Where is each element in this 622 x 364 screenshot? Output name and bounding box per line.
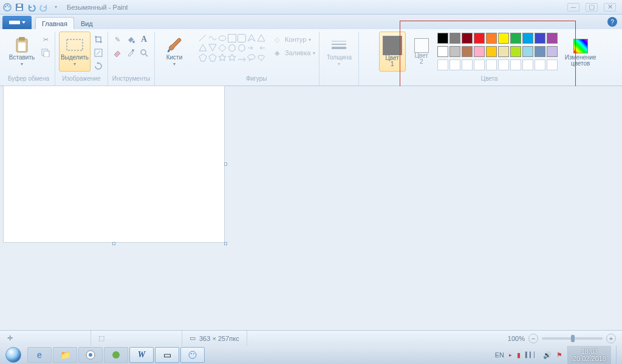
tray-action-icon[interactable]: ⚑	[556, 351, 562, 359]
color-swatch[interactable]	[535, 33, 545, 44]
tray-battery-icon[interactable]: ▮	[517, 351, 521, 359]
svg-marker-25	[239, 44, 245, 52]
group-label: Фигуры	[246, 74, 267, 83]
redo-icon[interactable]	[39, 2, 49, 12]
dimensions-icon: ▭	[190, 334, 196, 342]
picker-icon[interactable]	[125, 47, 136, 58]
size-button[interactable]: Толщина ▾	[323, 32, 355, 72]
ribbon-tabs: Главная Вид ?	[0, 15, 622, 29]
color-swatch[interactable]	[486, 46, 497, 57]
custom-color-slot[interactable]	[449, 59, 460, 70]
color-swatch[interactable]	[474, 46, 485, 57]
select-button[interactable]: Выделить ▾	[59, 32, 91, 72]
zoom-in-button[interactable]: +	[606, 334, 616, 343]
taskbar-word[interactable]: W	[129, 347, 154, 363]
selection-size: ⬚	[91, 331, 182, 346]
zoom-out-button[interactable]: −	[528, 334, 538, 343]
color-swatch[interactable]	[462, 33, 473, 44]
close-button[interactable]: ✕	[604, 3, 616, 12]
color-swatch[interactable]	[486, 33, 497, 44]
custom-color-slot[interactable]	[474, 59, 485, 70]
save-icon[interactable]	[15, 2, 24, 12]
copy-icon[interactable]	[40, 47, 51, 58]
custom-color-slot[interactable]	[522, 59, 533, 70]
brushes-button[interactable]: Кисти ▾	[159, 32, 190, 72]
resize-handle-s[interactable]	[112, 242, 115, 245]
svg-marker-29	[228, 54, 236, 61]
color-swatch[interactable]	[437, 33, 448, 44]
group-colors: Цвет 1 Цвет 2 Изменение цветов Цвета	[359, 32, 620, 86]
taskbar-paint[interactable]	[180, 347, 205, 363]
window-controls: ─ ▢ ✕	[567, 3, 616, 12]
resize-handle-se[interactable]	[224, 242, 227, 245]
help-icon[interactable]: ?	[607, 17, 617, 27]
shapes-gallery[interactable]	[197, 32, 267, 62]
resize-icon[interactable]	[93, 47, 104, 58]
color1-button[interactable]: Цвет 1	[379, 32, 406, 72]
crop-icon[interactable]	[93, 34, 104, 45]
color-swatch[interactable]	[498, 46, 509, 57]
zoom-slider[interactable]	[542, 337, 603, 340]
statusbar: ✛ ⬚ ▭ 363 × 257пкс 100% − +	[0, 330, 622, 346]
magnifier-icon[interactable]	[138, 47, 149, 58]
taskbar-chrome[interactable]	[78, 347, 103, 363]
start-button[interactable]	[0, 346, 27, 364]
custom-color-slot[interactable]	[510, 59, 521, 70]
color-swatch[interactable]	[449, 33, 460, 44]
color-swatch[interactable]	[510, 46, 521, 57]
taskbar-app1[interactable]	[104, 347, 128, 363]
custom-color-slot[interactable]	[498, 59, 509, 70]
color-swatch[interactable]	[474, 33, 485, 44]
svg-point-39	[193, 353, 194, 354]
custom-color-slot[interactable]	[462, 59, 473, 70]
tab-home[interactable]: Главная	[35, 17, 74, 29]
group-clipboard: Вставить ▾ ✂ Буфер обмена	[2, 32, 55, 86]
custom-color-slot[interactable]	[437, 59, 448, 70]
color-swatch[interactable]	[522, 33, 533, 44]
color-swatch[interactable]	[547, 33, 558, 44]
color-swatch[interactable]	[547, 46, 558, 57]
tray-volume-icon[interactable]: 🔊	[543, 351, 552, 359]
taskbar-app2[interactable]: ▭	[155, 347, 179, 363]
canvas[interactable]	[4, 86, 224, 242]
svg-point-35	[89, 353, 92, 357]
svg-line-17	[199, 35, 206, 41]
fill-icon[interactable]	[125, 34, 136, 45]
minimize-button[interactable]: ─	[567, 3, 579, 12]
paint-app-icon	[2, 2, 12, 12]
color-swatch[interactable]	[535, 46, 545, 57]
svg-point-14	[132, 41, 135, 43]
pencil-icon[interactable]: ✎	[112, 34, 123, 45]
color-swatch[interactable]	[498, 33, 509, 44]
file-menu-button[interactable]	[2, 16, 32, 29]
edit-colors-button[interactable]: Изменение цветов	[561, 32, 600, 72]
color-swatch[interactable]	[462, 46, 473, 57]
taskbar-explorer[interactable]: 📁	[53, 347, 77, 363]
tray-flag-icon[interactable]: ▸	[509, 352, 512, 358]
tray-network-icon[interactable]: ▍▎▏	[525, 352, 538, 358]
eraser-icon[interactable]	[112, 47, 123, 58]
color-swatch[interactable]	[510, 33, 521, 44]
tab-view[interactable]: Вид	[74, 17, 100, 29]
text-icon[interactable]: A	[138, 34, 149, 45]
language-indicator[interactable]: EN	[495, 351, 504, 359]
taskbar-ie[interactable]: e	[27, 347, 52, 363]
clock[interactable]: 18:0320.02.2018	[567, 346, 611, 364]
svg-point-38	[191, 353, 192, 354]
color-swatch[interactable]	[522, 46, 533, 57]
custom-color-slot[interactable]	[535, 59, 545, 70]
maximize-button[interactable]: ▢	[586, 3, 598, 12]
color2-button[interactable]: Цвет 2	[409, 32, 434, 72]
show-desktop-button[interactable]	[616, 346, 621, 364]
cut-icon[interactable]: ✂	[40, 34, 51, 45]
color-swatch[interactable]	[437, 46, 448, 57]
resize-handle-e[interactable]	[224, 163, 227, 166]
svg-point-16	[141, 50, 146, 55]
paste-button[interactable]: Вставить ▾	[6, 32, 38, 72]
qat-dropdown-icon[interactable]: ▾	[51, 2, 61, 12]
custom-color-slot[interactable]	[486, 59, 497, 70]
color-swatch[interactable]	[449, 46, 460, 57]
undo-icon[interactable]	[27, 2, 36, 12]
custom-color-slot[interactable]	[547, 59, 558, 70]
rotate-icon[interactable]	[93, 61, 104, 72]
